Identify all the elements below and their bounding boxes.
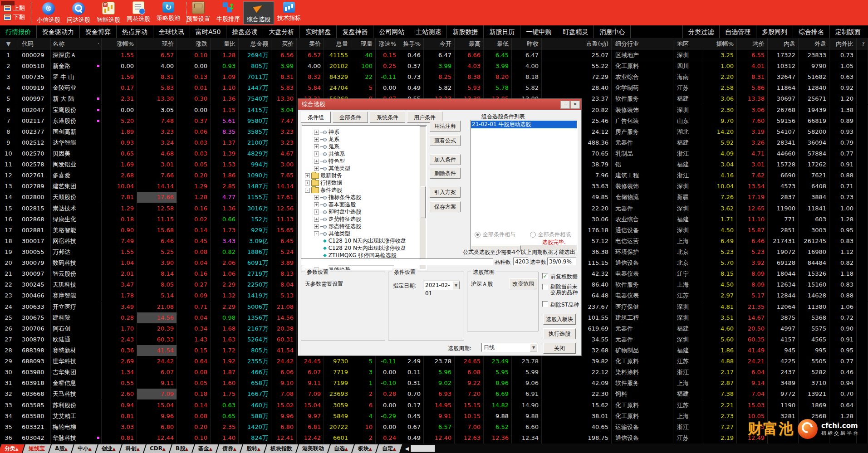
market-tab-自选[interactable]: 自选▲ [328, 444, 354, 453]
column-header-内盘[interactable]: 内盘 [768, 38, 799, 50]
menu-item-资金驱动力[interactable]: 资金驱动力 [37, 25, 80, 38]
collapse-icon[interactable]: - [314, 231, 319, 236]
column-header-现量[interactable]: 现量 [351, 38, 376, 50]
table-row[interactable]: 3000735罗 牛 山1.598.310.131.097011万8.318.3… [0, 72, 868, 83]
expand-icon[interactable]: + [314, 202, 319, 207]
table-row[interactable]: 4000919金陵药业0.175.830.011.101447万5.835.84… [0, 83, 868, 93]
table-row[interactable]: 33603585苏利股份0.9415.040.140.63460万15.0215… [0, 400, 868, 411]
column-header-现价[interactable]: 现价 [137, 38, 177, 50]
menu-item-盯盘精灵[interactable]: 盯盘精灵 [557, 25, 594, 38]
market-tab-中小[interactable]: 中小▲ [72, 444, 98, 453]
tree-item-行情数据[interactable]: +行情数据 [305, 179, 342, 186]
chevron-down-icon[interactable]: ▼ [452, 281, 460, 289]
column-header-涨幅%[interactable]: 涨幅% [102, 38, 137, 50]
tab-system-conditions[interactable]: 系统条件 [370, 112, 405, 123]
menu-right-item-多股同列[interactable]: 多股同列 [756, 25, 793, 38]
toolbar-item-技术指标[interactable]: 技术指标 [274, 1, 304, 24]
tab-page-box[interactable] [411, 445, 435, 452]
menu-item-消息中心[interactable]: 消息中心 [594, 25, 631, 38]
menu-right-item-定制版面[interactable]: 定制版面 [829, 25, 866, 38]
collapse-icon[interactable]: - [305, 188, 310, 193]
tab-scroll-left-icon[interactable]: ◀ [405, 446, 408, 452]
menu-item-实时解盘[interactable]: 实时解盘 [300, 25, 337, 38]
expand-icon[interactable]: + [314, 137, 319, 142]
expand-icon[interactable]: + [314, 130, 319, 135]
expand-icon[interactable]: + [314, 224, 319, 229]
expand-icon[interactable]: + [314, 159, 319, 164]
toolbar-item-问达选股[interactable]: 问达选股 [64, 1, 93, 24]
usage-note-button[interactable]: 用法注释 [430, 121, 461, 132]
market-tab-港美联动[interactable]: 港美联动 [296, 444, 330, 453]
tree-item-即时盘中选股[interactable]: +即时盘中选股 [314, 208, 361, 215]
date-combobox[interactable]: 2021-02-01 ▼ [423, 281, 460, 290]
column-header-今开[interactable]: 今开 [424, 38, 455, 50]
tree-item-C128 20 N天内出现以涨停收盘[interactable]: ◆C128 20 N天内出现以涨停收盘 [323, 244, 406, 252]
menu-item-大盘分析[interactable]: 大盘分析 [263, 25, 300, 38]
tree-item-C128 10 N天内出现以涨停收盘[interactable]: ◆C128 10 N天内出现以涨停收盘 [323, 237, 406, 244]
tree-item-形态特征选股[interactable]: +形态特征选股 [314, 223, 361, 230]
menu-item-复盘神器[interactable]: 复盘神器 [337, 25, 373, 38]
column-header-振幅%[interactable]: 振幅% [704, 38, 737, 50]
chevron-down-icon[interactable]: ▼ [530, 343, 537, 351]
column-header-?[interactable]: ? [857, 38, 868, 50]
view-formula-button[interactable]: 查看公式 [430, 135, 461, 146]
table-row[interactable]: 35603321梅轮电梯3.036.800.202.351420万6.806.8… [0, 422, 868, 433]
tab-all-conditions[interactable]: 全部条件 [333, 112, 368, 123]
column-header-市盈(动)[interactable]: 市盈(动) [542, 38, 612, 50]
expand-icon[interactable]: + [314, 209, 319, 214]
close-icon[interactable]: ✕ [570, 101, 580, 109]
tree-scrollbar-thumb[interactable] [421, 186, 426, 218]
toolbar-item-同花选股[interactable]: 同花选股 [123, 1, 153, 24]
menu-item-全球快讯[interactable]: 全球快讯 [153, 25, 190, 38]
select-to-block-button[interactable]: 选股入板块 [543, 314, 576, 325]
column-header-总量[interactable]: 总量 [324, 38, 351, 50]
menu-item-主站测速[interactable]: 主站测速 [410, 25, 447, 38]
toolbar-item-综合选股[interactable]: 综合选股 [243, 1, 274, 24]
sort-arrow-icon[interactable]: ▼ [0, 38, 17, 50]
menu-right-item-自选管理[interactable]: 自选管理 [719, 25, 756, 38]
column-header-外盘[interactable]: 外盘 [799, 38, 829, 50]
menu-item-操盘必读[interactable]: 操盘必读 [226, 25, 263, 38]
toolbar-item-牛股排序[interactable]: 牛股排序 [213, 1, 243, 24]
menu-item-热点异动[interactable]: 热点异动 [117, 25, 153, 38]
market-tab-创业[interactable]: 创业▲ [96, 444, 122, 453]
tree-item-鬼系[interactable]: +鬼系 [314, 143, 339, 150]
expand-icon[interactable]: + [305, 173, 310, 178]
condition-list-selected-item[interactable]: 21-02-01 牛股启动选股 [471, 121, 577, 128]
tab-condition-group[interactable]: 条件组 [301, 112, 331, 123]
minimize-icon[interactable]: ─ [560, 101, 570, 109]
menu-item-新股数据[interactable]: 新股数据 [447, 25, 484, 38]
tree-item-ZTHMQXG 张停回马枪选股[interactable]: ◆ZTHMQXG 张停回马枪选股 [323, 252, 396, 259]
column-header-量比[interactable]: 量比 [211, 38, 239, 50]
expand-icon[interactable]: + [305, 180, 310, 185]
toolbar-item-策略股池[interactable]: ↻策略股池 [153, 1, 183, 24]
column-header-总金额[interactable]: 总金额 [239, 38, 271, 50]
page-up-button[interactable]: 上翻 [4, 4, 31, 13]
skip-st-checkbox[interactable]: 剔除ST品种 [542, 301, 579, 309]
change-range-button[interactable]: 改变范围 [509, 278, 537, 289]
market-tab-科创[interactable]: 科创▲ [120, 444, 146, 453]
table-row[interactable]: 32603668天马科技2.607.090.181.751667万7.087.0… [0, 389, 868, 399]
radio-all-and[interactable]: 全部条件相与 [475, 231, 515, 239]
toolbar-item-预警设置[interactable]: 预警设置 [183, 1, 213, 24]
expand-icon[interactable]: + [314, 151, 319, 156]
tree-item-其他类型[interactable]: -其他类型 [314, 230, 350, 237]
tree-item-特色型[interactable]: +特色型 [314, 157, 345, 165]
forward-adjust-checkbox[interactable]: ✓ 前复权数据 [542, 273, 579, 281]
column-header-涨跌[interactable]: 涨跌 [177, 38, 211, 50]
market-tab-债券[interactable]: 债券▲ [216, 444, 242, 453]
column-header-内外比[interactable]: 内外比 [829, 38, 857, 50]
tree-item-走势特征选股[interactable]: +走势特征选股 [314, 215, 361, 223]
tree-item-其他系[interactable]: +其他系 [314, 150, 345, 157]
toolbar-item-小信选股[interactable]: ®小信选股 [34, 1, 64, 24]
column-header-昨收[interactable]: 昨收 [512, 38, 542, 50]
column-header-最高[interactable]: 最高 [455, 38, 484, 50]
tree-item-龙系[interactable]: +龙系 [314, 136, 339, 143]
menu-item-富时A50[interactable]: 富时A50 [190, 25, 226, 38]
market-tab-短线宝[interactable]: 短线宝 [23, 444, 51, 453]
column-header-卖价[interactable]: 卖价 [297, 38, 324, 50]
column-header-名称[interactable]: 名称 · [51, 38, 102, 50]
expand-icon[interactable]: + [314, 195, 319, 200]
market-tab-板块指数[interactable]: 板块指数 [265, 444, 298, 453]
market-tab-股转[interactable]: 股转▲ [240, 444, 266, 453]
